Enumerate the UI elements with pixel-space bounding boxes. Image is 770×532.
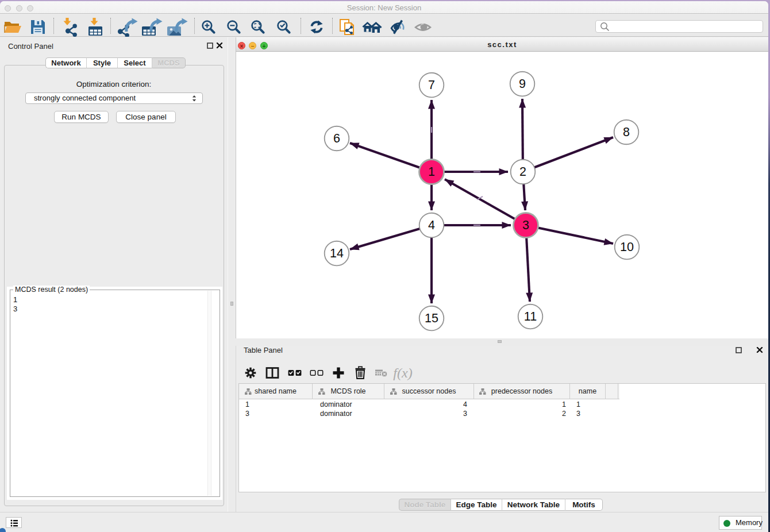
svg-text:1: 1: [428, 165, 435, 179]
svg-text:3: 3: [522, 218, 529, 232]
svg-text:14: 14: [330, 246, 344, 260]
svg-text:11: 11: [524, 310, 537, 323]
svg-text:9: 9: [519, 77, 526, 91]
svg-text:10: 10: [620, 240, 634, 254]
svg-text:15: 15: [425, 311, 438, 325]
svg-text:2: 2: [519, 165, 526, 179]
svg-text:8: 8: [623, 125, 630, 139]
svg-text:f(x): f(x): [393, 365, 412, 380]
svg-text:6: 6: [333, 132, 340, 145]
svg-text:7: 7: [428, 78, 435, 92]
svg-text:4: 4: [428, 218, 435, 232]
